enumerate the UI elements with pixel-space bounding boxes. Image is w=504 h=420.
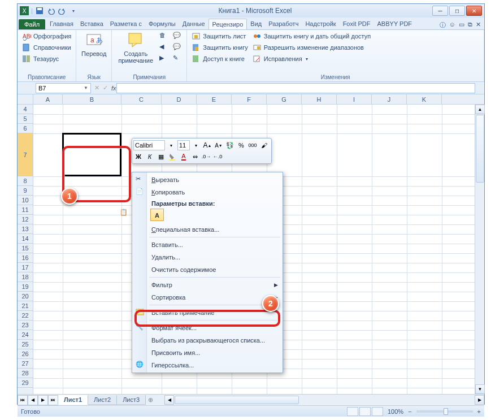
scroll-right-icon[interactable]: ▶ (475, 395, 484, 405)
view-page-layout-button[interactable] (359, 407, 371, 416)
shrink-font-icon[interactable]: A▼ (214, 140, 224, 150)
increase-decimal-icon[interactable]: .0→ (201, 151, 211, 162)
tab-разработч[interactable]: Разработч (265, 19, 302, 29)
sheet-next-icon[interactable]: ▶ (38, 395, 48, 405)
zoom-in-icon[interactable]: + (477, 408, 481, 415)
cm-paste-special[interactable]: Специальная вставка... (133, 223, 281, 236)
view-normal-button[interactable] (347, 407, 358, 416)
row-header-25[interactable]: 25 (18, 340, 33, 349)
thesaurus-button[interactable]: Тезаурус (21, 54, 72, 64)
col-header-H[interactable]: H (302, 94, 337, 104)
qat-more-icon[interactable]: ▾ (69, 6, 78, 15)
tab-вид[interactable]: Вид (247, 19, 265, 29)
grow-font-icon[interactable]: A▲ (202, 140, 212, 150)
horizontal-scrollbar[interactable]: ◀ ▶ (164, 395, 484, 405)
borders-icon[interactable]: ▦ (156, 151, 166, 162)
show-comment-button[interactable]: 💬 (172, 31, 183, 41)
tab-надстройк[interactable]: Надстройк (302, 19, 339, 29)
col-header-G[interactable]: G (267, 94, 302, 104)
percent-format-icon[interactable]: % (236, 140, 246, 150)
font-size-input[interactable] (177, 140, 190, 150)
tab-главная[interactable]: Главная (46, 19, 77, 29)
sheet-prev-icon[interactable]: ◀ (28, 395, 38, 405)
cm-sort[interactable]: Сортировка▶ (133, 291, 281, 304)
col-header-A[interactable]: A (33, 94, 63, 104)
view-page-break-button[interactable] (372, 407, 383, 416)
cancel-icon[interactable]: ✕ (94, 84, 99, 92)
close-workbook-icon[interactable]: ✕ (476, 21, 481, 29)
row-header-18[interactable]: 18 (18, 272, 33, 282)
merge-center-icon[interactable]: ⇔ (190, 151, 200, 162)
cm-insert[interactable]: Вставить... (133, 239, 281, 251)
fill-color-icon[interactable] (167, 151, 177, 162)
bold-icon[interactable]: Ж (133, 151, 144, 162)
row-header-24[interactable]: 24 (18, 330, 33, 340)
track-changes-button[interactable]: Исправления▾ (251, 54, 372, 64)
row-header-17[interactable]: 17 (18, 263, 33, 272)
col-header-D[interactable]: D (162, 94, 197, 104)
scroll-down-icon[interactable]: ▼ (475, 384, 485, 394)
font-name-input[interactable] (133, 140, 165, 150)
name-box[interactable]: B7▼ (36, 83, 91, 93)
row-header-4[interactable]: 4 (18, 105, 33, 114)
row-header-20[interactable]: 20 (18, 292, 33, 301)
allow-ranges-button[interactable]: Разрешить изменение диапазонов (251, 42, 372, 53)
tab-рецензиро[interactable]: Рецензиро (208, 19, 247, 29)
new-comment-button[interactable]: Создать примечание (115, 31, 156, 64)
protect-book-button[interactable]: Защитить книгу (190, 42, 249, 53)
row-header-28[interactable]: 28 (18, 369, 33, 378)
row-header-10[interactable]: 10 (18, 196, 33, 205)
format-painter-icon[interactable]: 🖌 (259, 140, 269, 150)
undo-icon[interactable] (46, 6, 55, 15)
decrease-decimal-icon[interactable]: ←.0 (212, 151, 223, 162)
tab-данные[interactable]: Данные (179, 19, 208, 29)
tab-abbyy pdf[interactable]: ABBYY PDF (374, 19, 416, 29)
tab-формулы[interactable]: Формулы (145, 19, 179, 29)
tab-вставка[interactable]: Вставка (77, 19, 107, 29)
reference-button[interactable]: Справочники (21, 42, 72, 53)
row-header-19[interactable]: 19 (18, 282, 33, 292)
row-header-9[interactable]: 9 (18, 186, 33, 196)
col-header-C[interactable]: C (121, 94, 162, 104)
col-header-K[interactable]: K (407, 94, 442, 104)
tab-foxit pdf[interactable]: Foxit PDF (340, 19, 374, 29)
tab-разметка с[interactable]: Разметка с (107, 19, 145, 29)
row-header-27[interactable]: 27 (18, 359, 33, 369)
col-header-B[interactable]: B (63, 94, 121, 104)
paste-values-option[interactable]: A (150, 209, 164, 221)
row-header-16[interactable]: 16 (18, 253, 33, 263)
show-ink-button[interactable]: ✎ (172, 54, 183, 64)
row-header-15[interactable]: 15 (18, 244, 33, 253)
scroll-left-icon[interactable]: ◀ (164, 395, 174, 405)
italic-icon[interactable]: К (145, 151, 155, 162)
redo-icon[interactable] (58, 6, 67, 15)
cm-delete[interactable]: Удалить... (133, 251, 281, 263)
zoom-out-icon[interactable]: − (408, 408, 411, 415)
show-all-comments-button[interactable]: 💬 (172, 42, 183, 53)
sheet-last-icon[interactable]: ⏭ (48, 395, 58, 405)
row-header-22[interactable]: 22 (18, 311, 33, 321)
feedback-icon[interactable]: ☺ (449, 21, 455, 29)
accounting-format-icon[interactable]: 💱 (225, 140, 235, 150)
comma-format-icon[interactable]: 000 (247, 140, 258, 150)
new-sheet-icon[interactable]: ⊕ (148, 396, 153, 404)
cm-dropdown-list[interactable]: Выбрать из раскрывающегося списка... (133, 334, 281, 347)
vertical-scrollbar[interactable]: ▲ ▼ (475, 105, 484, 394)
spelling-button[interactable]: ABCОрфография (21, 31, 72, 41)
font-color-icon[interactable]: A (179, 151, 189, 162)
next-comment-button[interactable]: ▶ (158, 54, 170, 64)
col-header-J[interactable]: J (372, 94, 407, 104)
tab-file[interactable]: Файл (19, 19, 45, 29)
sheet-tab-Лист1[interactable]: Лист1 (58, 395, 88, 405)
maximize-button[interactable]: □ (449, 6, 465, 16)
prev-comment-button[interactable]: ◀ (158, 42, 170, 53)
cm-cut[interactable]: ✂Вырезать (133, 174, 281, 186)
row-header-8[interactable]: 8 (18, 176, 33, 186)
scroll-v-thumb[interactable] (476, 115, 484, 183)
row-header-21[interactable]: 21 (18, 301, 33, 311)
book-access-button[interactable]: Доступ к книге (190, 54, 249, 64)
row-header-29[interactable]: 29 (18, 378, 33, 388)
row-header-7[interactable]: 7 (18, 133, 33, 176)
formula-bar[interactable] (116, 83, 475, 93)
zoom-knob[interactable] (444, 408, 448, 415)
